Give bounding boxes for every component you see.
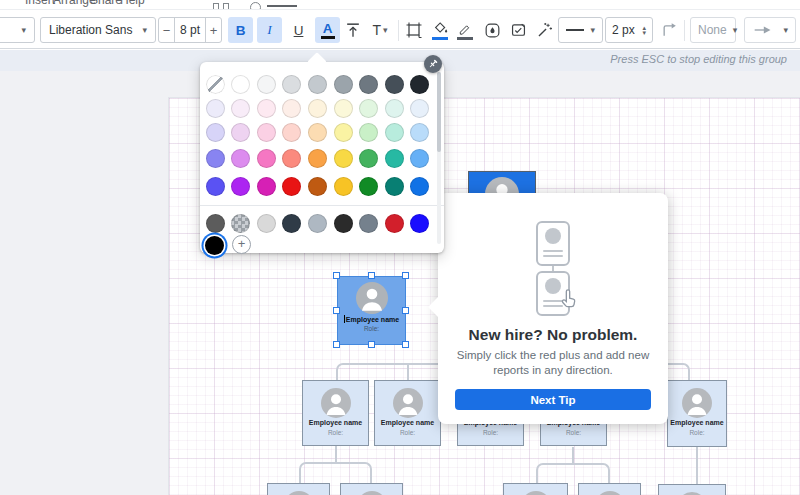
color-swatch[interactable] [410, 214, 429, 233]
next-tip-button[interactable]: Next Tip [455, 389, 651, 410]
employee-node[interactable]: Employee nameRole: [340, 483, 403, 495]
selection-handle[interactable] [333, 307, 340, 314]
pin-popup-button[interactable] [424, 55, 442, 73]
color-swatch[interactable] [334, 149, 353, 168]
shape-style-dropdown[interactable]: ▾ [0, 17, 35, 43]
italic-button[interactable]: I [257, 17, 282, 43]
menu-item-help[interactable]: Help [120, 0, 145, 9]
color-swatch[interactable] [334, 214, 353, 233]
menu-link-underline[interactable] [267, 5, 297, 7]
color-swatch[interactable] [385, 214, 404, 233]
color-swatch[interactable] [359, 99, 378, 118]
color-swatch[interactable] [257, 123, 276, 142]
employee-node[interactable]: Employee nameRole: [374, 380, 441, 446]
color-swatch[interactable] [205, 236, 224, 255]
org-connector[interactable] [407, 363, 409, 380]
color-swatch[interactable] [334, 99, 353, 118]
color-swatch[interactable] [410, 123, 429, 142]
org-connector[interactable] [335, 446, 337, 462]
employee-node[interactable]: Employee nameRole: [658, 484, 726, 495]
color-swatch[interactable] [231, 214, 250, 233]
step-down-icon[interactable]: ▾ [642, 30, 646, 35]
color-swatch[interactable] [385, 123, 404, 142]
selection-handle[interactable] [333, 341, 340, 348]
stamp-button[interactable] [506, 17, 530, 43]
history-icon[interactable] [250, 2, 261, 9]
color-swatch[interactable] [359, 214, 378, 233]
color-swatch[interactable] [308, 177, 327, 196]
menu-item-share[interactable]: Share [90, 0, 122, 9]
color-swatch[interactable] [206, 214, 225, 233]
color-swatch[interactable] [231, 177, 250, 196]
font-size-decrease-button[interactable]: − [159, 23, 174, 38]
color-swatch[interactable] [334, 123, 353, 142]
color-swatch[interactable] [206, 123, 225, 142]
color-swatch[interactable] [257, 75, 276, 94]
font-family-dropdown[interactable]: Liberation Sans ▾ [40, 17, 156, 43]
employee-node[interactable]: Employee nameRole: [667, 380, 727, 447]
color-swatch[interactable] [308, 123, 327, 142]
color-swatch[interactable] [257, 177, 276, 196]
employee-node[interactable]: Employee nameRole: [578, 483, 641, 495]
menu-item-insert[interactable]: Insert [25, 0, 55, 9]
color-swatch[interactable] [359, 149, 378, 168]
selection-handle[interactable] [333, 272, 340, 279]
color-swatch[interactable] [206, 177, 225, 196]
color-swatch[interactable] [385, 99, 404, 118]
stepper-arrows[interactable]: ▴ ▾ [642, 25, 646, 35]
snap-frame-button[interactable] [402, 17, 426, 43]
color-swatch[interactable] [385, 149, 404, 168]
color-swatch[interactable] [206, 75, 225, 94]
color-swatch[interactable] [410, 177, 429, 196]
text-options-dropdown[interactable]: T ▾ [366, 17, 394, 43]
org-connector[interactable] [536, 463, 610, 483]
color-swatch[interactable] [282, 214, 301, 233]
employee-node[interactable]: Employee nameRole: [267, 483, 330, 495]
employee-node-selected[interactable]: Employee nameRole: [337, 276, 406, 345]
fill-color-button[interactable] [428, 17, 452, 43]
color-swatch[interactable] [282, 99, 301, 118]
color-swatch[interactable] [257, 214, 276, 233]
employee-node[interactable]: Employee nameRole: [503, 483, 568, 495]
scrollbar-track[interactable] [437, 72, 441, 244]
color-swatch[interactable] [334, 177, 353, 196]
magic-wand-button[interactable] [532, 17, 556, 43]
color-swatch[interactable] [206, 149, 225, 168]
scrollbar-thumb[interactable] [437, 72, 441, 152]
color-swatch[interactable] [308, 214, 327, 233]
selection-handle[interactable] [368, 272, 375, 279]
color-swatch[interactable] [410, 149, 429, 168]
org-connector[interactable] [696, 447, 698, 484]
color-swatch[interactable] [282, 177, 301, 196]
employee-node[interactable]: Employee nameRole: [302, 380, 369, 446]
selection-handle[interactable] [402, 272, 409, 279]
color-swatch[interactable] [282, 123, 301, 142]
bold-button[interactable]: B [228, 17, 253, 43]
color-swatch[interactable] [359, 123, 378, 142]
color-swatch[interactable] [359, 75, 378, 94]
color-swatch[interactable] [231, 123, 250, 142]
connector-elbow-button[interactable] [658, 17, 682, 43]
color-swatch[interactable] [257, 149, 276, 168]
color-swatch[interactable] [231, 75, 250, 94]
color-swatch[interactable] [231, 149, 250, 168]
color-swatch[interactable] [257, 99, 276, 118]
shadow-button[interactable] [480, 17, 504, 43]
org-connector[interactable] [572, 447, 574, 463]
color-swatch[interactable] [410, 99, 429, 118]
font-size-increase-button[interactable]: + [206, 23, 221, 38]
vertical-align-button[interactable] [341, 17, 365, 43]
color-swatch[interactable] [334, 75, 353, 94]
underline-button[interactable]: U [286, 17, 311, 43]
color-swatch[interactable] [359, 177, 378, 196]
arrow-start-dropdown[interactable]: None ▾ [690, 17, 736, 43]
color-swatch[interactable] [385, 75, 404, 94]
color-swatch[interactable] [282, 149, 301, 168]
line-color-button[interactable] [454, 17, 476, 43]
color-swatch[interactable] [231, 99, 250, 118]
line-style-dropdown[interactable]: ▾ [558, 17, 603, 43]
line-width-stepper[interactable]: 2 px ▴ ▾ [605, 17, 653, 43]
selection-handle[interactable] [402, 341, 409, 348]
selection-handle[interactable] [402, 307, 409, 314]
color-swatch[interactable] [385, 177, 404, 196]
